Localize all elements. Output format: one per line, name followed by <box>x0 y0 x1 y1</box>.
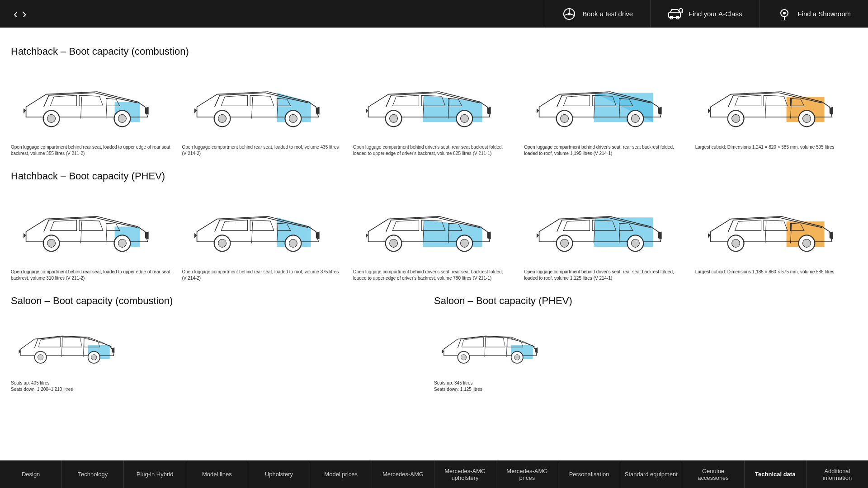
saloon-combustion-section: Saloon – Boot capacity (combustion) <box>11 295 434 397</box>
svg-point-57 <box>218 239 226 247</box>
book-test-drive-link[interactable]: Book a test drive <box>544 0 650 28</box>
car-item-hc-4: Open luggage compartment behind driver's… <box>524 68 695 157</box>
svg-line-95 <box>485 338 486 357</box>
car-caption-sc-1-line1: Seats up: 405 litres <box>11 380 137 386</box>
svg-marker-34 <box>594 93 653 122</box>
nav-model-lines[interactable]: Model lines <box>186 460 248 488</box>
nav-standard-equipment[interactable]: Standard equipment <box>620 460 682 488</box>
svg-line-60 <box>252 221 253 243</box>
nav-plugin-hybrid[interactable]: Plug-in Hybrid <box>124 460 186 488</box>
nav-technology[interactable]: Technology <box>62 460 124 488</box>
find-showroom-label: Find a Showroom <box>797 10 851 18</box>
svg-point-87 <box>91 355 97 360</box>
svg-point-73 <box>632 239 640 247</box>
find-a-class-label: Find your A-Class <box>689 10 742 18</box>
nav-amg-upholstery[interactable]: Mercedes-AMG upholstery <box>434 460 496 488</box>
car-image-hc-4 <box>524 68 686 141</box>
svg-line-88 <box>61 338 62 357</box>
svg-point-11 <box>783 12 786 14</box>
svg-point-36 <box>561 114 569 122</box>
nav-additional-information[interactable]: Additional information <box>807 460 868 488</box>
svg-point-80 <box>802 239 811 247</box>
car-image-hp-3 <box>353 193 515 265</box>
car-item-hp-2: Open luggage compartment behind rear sea… <box>182 193 353 282</box>
nav-mercedes-amg[interactable]: Mercedes-AMG <box>372 460 434 488</box>
car-caption-hc-5: Largest cuboid: Dimensions 1,241 × 820 ×… <box>695 144 857 150</box>
saloon-phev-grid: Seats up: 345 litres Seats down: 1,125 l… <box>434 318 606 393</box>
svg-line-24 <box>252 97 253 118</box>
main-content: Hatchback – Boot capacity (combustion) <box>0 28 868 415</box>
car-caption-hp-5: Largest cuboid: Dimensions 1,185 × 860 ×… <box>695 269 857 275</box>
find-a-class-link[interactable]: Find your A-Class <box>650 0 759 28</box>
nav-genuine-accessories[interactable]: Genuine accessories <box>682 460 744 488</box>
car-item-hc-2: Open luggage compartment behind rear sea… <box>182 68 353 157</box>
bottom-navigation: Design Technology Plug-in Hybrid Model l… <box>0 460 868 488</box>
steering-wheel-icon <box>561 6 577 22</box>
car-item-hp-1: Open luggage compartment behind rear sea… <box>11 193 182 282</box>
hatchback-combustion-title: Hatchback – Boot capacity (combustion) <box>11 46 857 57</box>
car-item-sc-1: Seats up: 405 litres Seats down: 1,200–1… <box>11 318 137 393</box>
car-image-hp-1 <box>11 193 173 265</box>
saloon-phev-section: Saloon – Boot capacity (PHEV) <box>434 295 857 397</box>
hatchback-combustion-grid: Open luggage compartment behind rear sea… <box>11 68 857 157</box>
nav-technical-data[interactable]: Technical data <box>745 460 807 488</box>
car-caption-hc-1: Open luggage compartment behind rear sea… <box>11 144 173 157</box>
car-image-hc-5 <box>695 68 857 141</box>
car-image-sc-1 <box>11 318 137 376</box>
svg-point-30 <box>460 114 468 122</box>
nav-upholstery[interactable]: Upholstery <box>248 460 310 488</box>
hatchback-phev-section: Hatchback – Boot capacity (PHEV) <box>11 170 857 282</box>
svg-point-71 <box>561 239 569 247</box>
car-item-hc-1: Open luggage compartment behind rear sea… <box>11 68 182 157</box>
saloon-phev-title: Saloon – Boot capacity (PHEV) <box>434 295 857 307</box>
car-find-icon <box>668 6 683 22</box>
forward-button[interactable]: › <box>22 8 26 20</box>
car-item-hp-4: Open luggage compartment behind driver's… <box>524 193 695 282</box>
svg-point-1 <box>568 13 571 15</box>
svg-marker-69 <box>594 217 653 247</box>
svg-line-96 <box>506 338 507 357</box>
car-caption-hp-4: Open luggage compartment behind driver's… <box>524 269 686 282</box>
svg-line-4 <box>571 14 574 15</box>
svg-point-64 <box>389 239 397 247</box>
svg-point-8 <box>679 9 683 12</box>
svg-point-66 <box>460 239 468 247</box>
svg-point-23 <box>289 114 297 122</box>
svg-point-21 <box>218 114 226 122</box>
car-item-hc-5: Largest cuboid: Dimensions 1,241 × 820 ×… <box>695 68 857 157</box>
svg-point-52 <box>118 239 126 247</box>
car-image-hc-2 <box>182 68 344 141</box>
car-image-sp-1 <box>434 318 561 376</box>
nav-model-prices[interactable]: Model prices <box>310 460 372 488</box>
svg-line-17 <box>81 97 82 118</box>
car-image-hp-4 <box>524 193 686 265</box>
back-button[interactable]: ‹ <box>14 8 18 20</box>
saloon-combustion-title: Saloon – Boot capacity (combustion) <box>11 295 434 307</box>
svg-point-94 <box>514 355 520 360</box>
car-caption-hc-3: Open luggage compartment behind driver's… <box>353 144 515 157</box>
car-caption-sp-1-line1: Seats up: 345 litres <box>434 380 561 386</box>
car-item-hp-5: Largest cuboid: Dimensions 1,185 × 860 ×… <box>695 193 857 282</box>
svg-marker-62 <box>423 220 482 247</box>
svg-point-38 <box>632 114 640 122</box>
svg-point-59 <box>289 239 297 247</box>
nav-amg-prices[interactable]: Mercedes-AMG prices <box>496 460 558 488</box>
nav-design[interactable]: Design <box>0 460 62 488</box>
find-showroom-link[interactable]: Find a Showroom <box>759 0 868 28</box>
saloon-sections: Saloon – Boot capacity (combustion) <box>11 295 857 397</box>
svg-point-14 <box>47 114 56 122</box>
svg-line-89 <box>83 338 84 357</box>
svg-line-46 <box>765 97 766 118</box>
svg-point-50 <box>47 239 56 247</box>
nav-actions: Book a test drive Find your A-Class <box>544 0 868 28</box>
nav-personalisation[interactable]: Personalisation <box>558 460 620 488</box>
car-image-hc-1 <box>11 68 173 141</box>
saloon-combustion-grid: Seats up: 405 litres Seats down: 1,200–1… <box>11 318 183 393</box>
svg-line-81 <box>765 221 766 243</box>
hatchback-phev-title: Hatchback – Boot capacity (PHEV) <box>11 170 857 182</box>
car-caption-hc-2: Open luggage compartment behind rear sea… <box>182 144 344 157</box>
car-caption-hp-2: Open luggage compartment behind rear sea… <box>182 269 344 282</box>
car-caption-hc-4: Open luggage compartment behind driver's… <box>524 144 686 157</box>
car-item-hp-3: Open luggage compartment behind driver's… <box>353 193 524 282</box>
svg-point-85 <box>38 355 43 360</box>
